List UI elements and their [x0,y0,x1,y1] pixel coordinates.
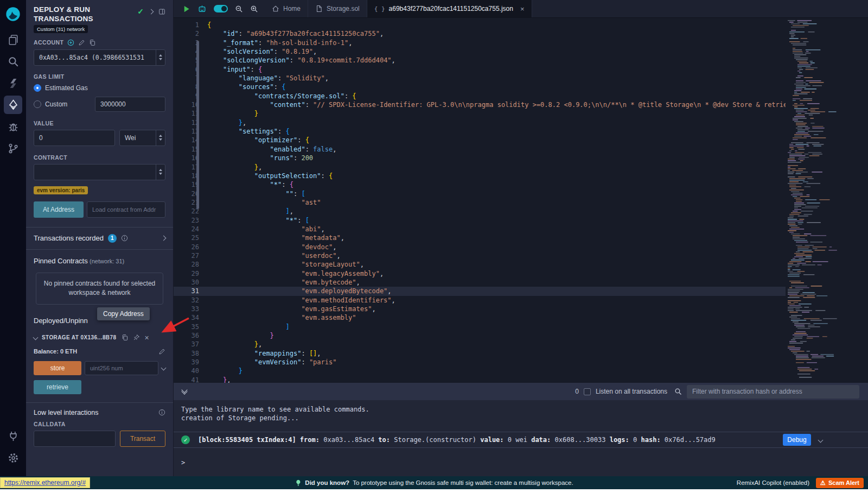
remove-contract-icon[interactable]: × [144,333,149,342]
code-line[interactable]: 4 "solcVersion": "0.8.19", [174,47,786,56]
code-line[interactable]: 16 "runs": 200 [174,154,786,162]
expand-store-icon[interactable] [161,365,167,371]
code-line[interactable]: 24 "abi", [174,225,786,233]
terminal-filter-input[interactable] [687,385,859,399]
listen-label[interactable]: Listen on all transactions [596,388,667,395]
code-line[interactable]: 11 } [174,109,786,118]
code-line[interactable]: 7 "language": "Solidity", [174,74,786,83]
transaction-log-row[interactable]: ✓ [block:5583405 txIndex:4] from: 0xa03.… [174,432,868,448]
info-icon[interactable] [121,235,128,242]
terminal-search-icon[interactable] [674,388,682,395]
copy-address-icon[interactable] [122,334,129,341]
expand-transactions-icon[interactable] [161,236,167,241]
code-line[interactable]: 26 "devdoc", [174,243,786,251]
estimated-gas-radio[interactable] [34,84,41,92]
copy-account-icon[interactable] [89,39,96,46]
code-line[interactable]: 22 ], [174,207,786,216]
code-line[interactable]: 2 "id": "a69b43f277ba20fcac141151250ca75… [174,29,786,38]
code-line[interactable]: 1{ [174,21,786,29]
code-line[interactable]: 39 "evmVersion": "paris" [174,358,786,367]
calldata-input[interactable] [34,431,116,447]
code-line[interactable]: 21 "ast" [174,198,786,207]
sign-message-icon[interactable] [78,39,85,46]
code-line[interactable]: 15 "enabled": false, [174,145,786,154]
zoom-in-icon[interactable] [250,5,258,13]
code-line[interactable]: 25 "metadata", [174,233,786,242]
contract-select[interactable] [34,164,165,180]
code-line[interactable]: 36 } [174,331,786,340]
store-button[interactable]: store [34,361,81,375]
code-line[interactable]: 34 "evm.assembly" [174,313,786,322]
code-line[interactable]: 5 "solcLongVersion": "0.8.19+commit.7dd6… [174,56,786,65]
copilot-toggle[interactable] [214,5,228,12]
terminal[interactable]: Type the library name to see available c… [174,400,868,476]
deploy-and-run-icon[interactable] [4,96,22,114]
account-stepper[interactable] [156,50,165,65]
minimap[interactable] [786,18,846,383]
at-address-input[interactable] [87,201,165,218]
code-line[interactable]: 28 "storageLayout", [174,260,786,269]
code-line[interactable]: 6 "input": { [174,65,786,74]
search-icon[interactable] [4,52,22,71]
code-line[interactable]: 14 "optimizer": { [174,136,786,144]
transact-button[interactable]: Transact [120,431,165,447]
panel-scrollbar[interactable] [196,41,199,209]
solidity-compiler-icon[interactable] [4,74,22,92]
code-line[interactable]: 41 }, [174,376,786,383]
code-line[interactable]: 23 "*": [ [174,216,786,225]
listen-checkbox[interactable] [584,388,591,395]
chevron-right-icon[interactable] [149,9,154,14]
pin-contract-icon[interactable] [133,334,140,341]
low-level-info-icon[interactable] [158,409,165,416]
copilot-status[interactable]: RemixAI Copilot (enabled) [737,479,809,486]
plugin-manager-icon[interactable] [4,427,22,445]
collapse-terminal-icon[interactable] [182,390,187,394]
settings-gear-icon[interactable] [4,449,22,467]
custom-gas-input[interactable] [95,97,165,112]
expand-transaction-icon[interactable] [818,437,824,443]
remix-ai-icon[interactable] [197,4,207,14]
code-line[interactable]: 13 "settings": { [174,127,786,136]
tab-storage-sol[interactable]: Storage.sol [308,0,367,17]
code-line[interactable]: 20 "": [ [174,190,786,198]
code-line[interactable]: 12 }, [174,118,786,127]
code-line[interactable]: 10 "content": "// SPDX-License-Identifie… [174,100,786,109]
debugger-icon[interactable] [4,117,22,136]
terminal-prompt[interactable]: > [181,459,868,466]
run-script-icon[interactable] [182,5,190,13]
code-line[interactable]: 27 "userdoc", [174,251,786,260]
scam-alert-badge[interactable]: ⚠Scam Alert [816,478,864,488]
tab-home[interactable]: Home [265,0,308,17]
at-address-button[interactable]: At Address [34,201,84,218]
file-explorer-icon[interactable] [4,30,22,49]
store-arg-input[interactable] [85,361,158,375]
git-icon[interactable] [4,139,22,157]
code-line[interactable]: 19 "*": { [174,180,786,189]
retrieve-button[interactable]: retrieve [34,380,81,394]
code-line[interactable]: 9 "contracts/Storage.sol": { [174,92,786,100]
value-input[interactable] [34,130,115,146]
code-line[interactable]: 18 "outputSelection": { [174,172,786,180]
code-line[interactable]: 3 "_format": "hh-sol-build-info-1", [174,39,786,47]
code-line[interactable]: 17 }, [174,163,786,172]
code-line[interactable]: 32 "evm.methodIdentifiers", [174,296,786,305]
code-line[interactable]: 31 "evm.deployedBytecode", [174,287,786,295]
code-line[interactable]: 37 }, [174,340,786,349]
code-line[interactable]: 8 "sources": { [174,83,786,91]
code-editor[interactable]: 1{2 "id": "a69b43f277ba20fcac141151250ca… [174,18,786,383]
account-select[interactable]: 0xA03...85ac4 (0.39866531531 [34,49,165,66]
edit-balance-icon[interactable] [158,348,165,355]
value-unit-select[interactable]: Wei [119,130,165,146]
code-line[interactable]: 30 "evm.bytecode", [174,278,786,287]
code-line[interactable]: 40 } [174,367,786,375]
remix-logo-icon[interactable] [5,6,21,22]
code-line[interactable]: 29 "evm.legacyAssembly", [174,269,786,278]
collapse-contract-icon[interactable] [33,335,39,340]
close-tab-icon[interactable]: × [520,5,525,13]
custom-gas-radio[interactable] [34,100,41,108]
tab-build-info-json[interactable]: { } a69b43f277ba20fcac141151250ca755.jso… [367,0,532,17]
zoom-out-icon[interactable] [235,5,243,13]
code-line[interactable]: 35 ] [174,323,786,331]
pin-panel-icon[interactable] [158,8,165,15]
debug-button[interactable]: Debug [783,434,811,446]
